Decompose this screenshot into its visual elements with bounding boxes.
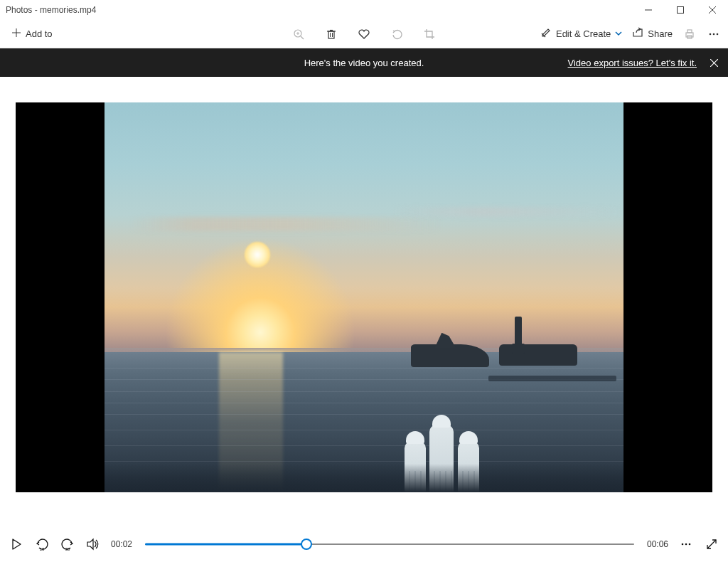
playback-more-button[interactable]	[678, 536, 694, 552]
skip-back-button[interactable]: 10	[34, 536, 50, 552]
add-to-button[interactable]: Add to	[4, 21, 60, 47]
svg-rect-19	[687, 30, 692, 33]
svg-line-31	[707, 540, 716, 548]
progress-bar[interactable]	[145, 537, 634, 551]
plus-icon	[11, 28, 21, 40]
volume-button[interactable]	[85, 536, 101, 552]
volume-icon	[86, 538, 100, 551]
svg-point-28	[682, 544, 684, 546]
svg-point-29	[685, 544, 687, 546]
trash-icon	[326, 28, 337, 40]
svg-marker-26	[13, 539, 21, 549]
crop-button[interactable]	[422, 27, 437, 41]
video-viewport[interactable]	[16, 102, 712, 492]
notification-banner: Here's the video you created. Video expo…	[0, 48, 728, 77]
play-icon	[11, 539, 21, 550]
svg-rect-10	[328, 31, 334, 38]
zoom-button[interactable]	[291, 27, 306, 41]
edit-create-button[interactable]: Edit & Create	[540, 27, 622, 41]
close-icon	[709, 6, 716, 14]
rotate-button[interactable]	[390, 27, 404, 41]
svg-point-23	[717, 33, 719, 35]
play-button[interactable]	[9, 536, 24, 552]
maximize-button[interactable]	[664, 0, 696, 20]
viewer-area	[0, 77, 728, 492]
minimize-button[interactable]	[632, 0, 664, 20]
delete-button[interactable]	[324, 27, 338, 41]
progress-thumb[interactable]	[301, 539, 312, 550]
banner-message: Here's the video you created.	[304, 58, 424, 68]
favorite-button[interactable]	[357, 27, 371, 41]
print-icon	[684, 28, 695, 40]
svg-line-7	[301, 36, 304, 39]
edit-create-label: Edit & Create	[556, 28, 611, 39]
add-to-label: Add to	[26, 28, 53, 39]
crop-icon	[424, 28, 435, 40]
svg-point-21	[710, 33, 712, 35]
video-frame	[105, 102, 623, 492]
more-icon	[708, 28, 719, 40]
title-bar: Photos - memories.mp4	[0, 0, 728, 20]
chevron-down-icon	[615, 28, 622, 39]
share-button[interactable]: Share	[632, 27, 673, 41]
share-icon	[632, 27, 643, 41]
svg-rect-1	[677, 7, 683, 14]
fullscreen-button[interactable]	[704, 536, 719, 552]
window-title: Photos - memories.mp4	[6, 5, 96, 15]
toolbar: Add to Edit & Create Share	[0, 20, 728, 48]
minimize-icon	[645, 6, 652, 14]
close-icon	[710, 59, 718, 67]
maximize-icon	[677, 6, 684, 14]
banner-close-button[interactable]	[707, 55, 721, 70]
rotate-icon	[391, 28, 402, 40]
more-icon	[680, 539, 692, 550]
more-button[interactable]	[707, 27, 721, 41]
svg-point-30	[689, 544, 691, 546]
current-time: 00:02	[111, 539, 135, 549]
progress-fill	[145, 544, 306, 546]
svg-marker-27	[87, 539, 93, 549]
zoom-icon	[293, 28, 304, 40]
total-time: 00:06	[644, 539, 668, 549]
print-button[interactable]	[682, 27, 697, 41]
heart-icon	[358, 28, 370, 40]
window-controls	[632, 0, 728, 20]
fullscreen-icon	[706, 539, 717, 550]
share-label: Share	[648, 28, 673, 39]
skip-forward-button[interactable]: 30	[60, 536, 75, 552]
edit-icon	[540, 27, 552, 41]
playback-bar: 10 30 00:02 00:06	[0, 526, 728, 562]
close-window-button[interactable]	[696, 0, 728, 20]
banner-help-link[interactable]: Video export issues? Let's fix it.	[568, 58, 697, 68]
svg-point-22	[713, 33, 715, 35]
